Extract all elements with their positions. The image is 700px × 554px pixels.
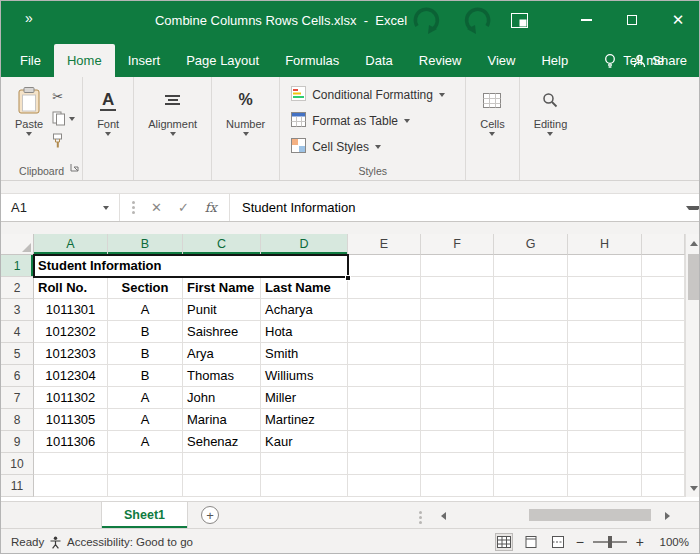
- cell-B8[interactable]: A: [108, 409, 183, 431]
- row-header-1[interactable]: 1: [1, 255, 34, 277]
- cell-B7[interactable]: A: [108, 387, 183, 409]
- cell-C2[interactable]: First Name: [183, 277, 261, 299]
- column-header-H[interactable]: H: [568, 234, 642, 255]
- number-button[interactable]: % Number: [217, 82, 274, 139]
- cell-F4[interactable]: [421, 321, 494, 343]
- cell-H9[interactable]: [568, 431, 642, 453]
- cell-E10[interactable]: [348, 453, 421, 475]
- column-header-C[interactable]: C: [183, 234, 261, 255]
- cell-I7[interactable]: [642, 387, 685, 409]
- add-sheet-button[interactable]: +: [201, 506, 219, 524]
- column-header-partial[interactable]: [642, 234, 685, 255]
- paste-button[interactable]: Paste: [6, 82, 52, 139]
- cell-D11[interactable]: [261, 475, 348, 497]
- cell-I5[interactable]: [642, 343, 685, 365]
- cell-E9[interactable]: [348, 431, 421, 453]
- cell-B3[interactable]: A: [108, 299, 183, 321]
- row-header-9[interactable]: 9: [1, 431, 34, 453]
- cell-F9[interactable]: [421, 431, 494, 453]
- zoom-level[interactable]: 100%: [653, 536, 689, 548]
- drag-handle-icon[interactable]: [132, 199, 135, 216]
- column-header-G[interactable]: G: [494, 234, 568, 255]
- cell-E3[interactable]: [348, 299, 421, 321]
- cell-C3[interactable]: Punit: [183, 299, 261, 321]
- cell-H1[interactable]: [568, 255, 642, 277]
- cell-D8[interactable]: Martinez: [261, 409, 348, 431]
- font-button[interactable]: A Font: [88, 82, 128, 139]
- copy-button[interactable]: [52, 111, 75, 126]
- normal-view-button[interactable]: [495, 533, 513, 551]
- formula-bar-expand-icon[interactable]: [686, 206, 700, 210]
- row-header-2[interactable]: 2: [1, 277, 34, 299]
- cell-C8[interactable]: Marina: [183, 409, 261, 431]
- row-header-11[interactable]: 11: [1, 475, 34, 497]
- cell-A3[interactable]: 1011301: [34, 299, 108, 321]
- name-box[interactable]: A1: [1, 194, 119, 221]
- cell-F5[interactable]: [421, 343, 494, 365]
- cut-button[interactable]: ✂: [52, 89, 75, 104]
- ribbon-display-options-button[interactable]: [505, 1, 533, 39]
- cell-A8[interactable]: 1011305: [34, 409, 108, 431]
- cell-I10[interactable]: [642, 453, 685, 475]
- sheet-tab-sheet1[interactable]: Sheet1: [101, 502, 188, 528]
- cell-A4[interactable]: 1012302: [34, 321, 108, 343]
- column-header-F[interactable]: F: [421, 234, 494, 255]
- dialog-launcher-icon[interactable]: [70, 158, 79, 176]
- row-header-3[interactable]: 3: [1, 299, 34, 321]
- cell-G8[interactable]: [494, 409, 568, 431]
- cell-B6[interactable]: B: [108, 365, 183, 387]
- scroll-left-button[interactable]: [435, 508, 451, 523]
- row-header-10[interactable]: 10: [1, 453, 34, 475]
- scroll-up-button[interactable]: [686, 234, 700, 252]
- scroll-right-button[interactable]: [659, 508, 675, 523]
- ribbon-tab-formulas[interactable]: Formulas: [272, 44, 352, 77]
- cell-D4[interactable]: Hota: [261, 321, 348, 343]
- cancel-button[interactable]: ✕: [151, 200, 162, 215]
- cell-D6[interactable]: Williums: [261, 365, 348, 387]
- cell-H2[interactable]: [568, 277, 642, 299]
- cell-D5[interactable]: Smith: [261, 343, 348, 365]
- cell-G6[interactable]: [494, 365, 568, 387]
- select-all-corner[interactable]: [1, 234, 34, 255]
- ribbon-tab-review[interactable]: Review: [406, 44, 475, 77]
- cell-G5[interactable]: [494, 343, 568, 365]
- cell-E11[interactable]: [348, 475, 421, 497]
- alignment-button[interactable]: Alignment: [139, 82, 206, 139]
- column-header-B[interactable]: B: [108, 234, 183, 255]
- cell-F10[interactable]: [421, 453, 494, 475]
- cell-C11[interactable]: [183, 475, 261, 497]
- cell-A7[interactable]: 1011302: [34, 387, 108, 409]
- cell-I11[interactable]: [642, 475, 685, 497]
- cell-G7[interactable]: [494, 387, 568, 409]
- row-header-5[interactable]: 5: [1, 343, 34, 365]
- minimize-button[interactable]: [563, 1, 609, 39]
- cell-F6[interactable]: [421, 365, 494, 387]
- cell-H11[interactable]: [568, 475, 642, 497]
- cell-I4[interactable]: [642, 321, 685, 343]
- cell-C4[interactable]: Saishree: [183, 321, 261, 343]
- close-button[interactable]: ✕: [655, 1, 700, 39]
- cell-C10[interactable]: [183, 453, 261, 475]
- cell-I3[interactable]: [642, 299, 685, 321]
- zoom-in-button[interactable]: +: [636, 534, 644, 550]
- cell-B10[interactable]: [108, 453, 183, 475]
- ribbon-tab-data[interactable]: Data: [352, 44, 405, 77]
- cell-D2[interactable]: Last Name: [261, 277, 348, 299]
- cell-styles-button[interactable]: Cell Styles: [287, 136, 449, 158]
- formula-content[interactable]: Student Information: [230, 200, 686, 215]
- ribbon-tab-page-layout[interactable]: Page Layout: [173, 44, 272, 77]
- cell-H4[interactable]: [568, 321, 642, 343]
- cell-I6[interactable]: [642, 365, 685, 387]
- zoom-out-button[interactable]: −: [576, 534, 584, 550]
- zoom-slider[interactable]: [593, 541, 627, 543]
- cell-A11[interactable]: [34, 475, 108, 497]
- cell-B5[interactable]: B: [108, 343, 183, 365]
- cell-C7[interactable]: John: [183, 387, 261, 409]
- fill-handle[interactable]: [345, 275, 351, 281]
- share-button[interactable]: Share: [633, 44, 687, 77]
- cell-H8[interactable]: [568, 409, 642, 431]
- vertical-scrollbar[interactable]: [685, 234, 700, 497]
- cell-C5[interactable]: Arya: [183, 343, 261, 365]
- format-painter-button[interactable]: [52, 133, 75, 148]
- ribbon-tab-file[interactable]: File: [7, 44, 54, 77]
